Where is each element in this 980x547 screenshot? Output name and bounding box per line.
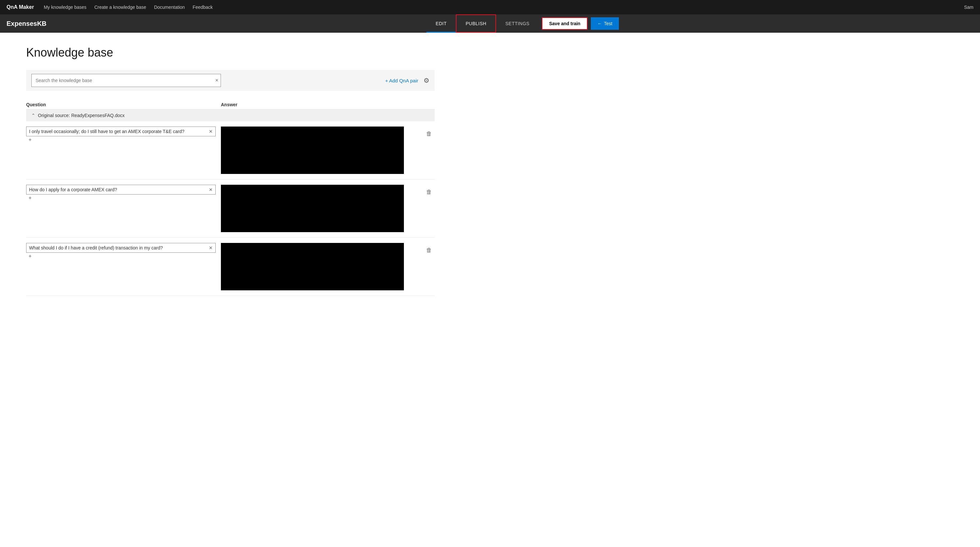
delete-qna-button-2[interactable]: 🗑 (423, 187, 434, 197)
nav-links: My knowledge bases Create a knowledge ba… (44, 5, 954, 10)
qna-row: I only travel occasionally; do I still h… (26, 121, 434, 180)
question-text-3: What should I do if I have a credit (ref… (29, 245, 207, 250)
qna-row-2: How do I apply for a corporate AMEX card… (26, 180, 434, 238)
delete-qna-button-1[interactable]: 🗑 (423, 129, 434, 139)
settings-gear-button[interactable]: ⚙ (423, 77, 430, 85)
chevron-up-icon[interactable]: ⌃ (31, 113, 35, 118)
question-text-2: How do I apply for a corporate AMEX card… (29, 187, 207, 192)
question-input-wrap-1: I only travel occasionally; do I still h… (26, 126, 216, 136)
page-title: Knowledge base (26, 46, 444, 59)
save-and-train-button[interactable]: Save and train (542, 18, 587, 30)
search-bar-row: × + Add QnA pair ⚙ (26, 70, 434, 91)
kb-title: ExpensesKB (6, 20, 72, 27)
question-cell-1: I only travel occasionally; do I still h… (26, 126, 216, 143)
question-add-button-2[interactable]: ＋ (26, 195, 33, 201)
question-input-wrap-2: How do I apply for a corporate AMEX card… (26, 185, 216, 195)
tab-edit[interactable]: EDIT (426, 14, 456, 33)
question-text-1: I only travel occasionally; do I still h… (29, 129, 207, 134)
nav-documentation[interactable]: Documentation (154, 5, 185, 10)
question-clear-button-3[interactable]: ✕ (209, 245, 213, 250)
tab-settings[interactable]: SETTINGS (496, 14, 539, 33)
search-clear-button[interactable]: × (215, 78, 218, 83)
answer-content-2 (221, 185, 404, 232)
main-content: Knowledge base × + Add QnA pair ⚙ Questi… (0, 33, 458, 309)
tab-area: EDIT PUBLISH SETTINGS Save and train ← T… (72, 14, 974, 33)
answer-cell-1 (221, 126, 418, 174)
source-label: Original source: ReadyExpensesFAQ.docx (38, 113, 124, 118)
answer-content-3 (221, 243, 404, 290)
search-input[interactable] (31, 74, 221, 87)
question-cell-2: How do I apply for a corporate AMEX card… (26, 185, 216, 201)
test-arrow-icon: ← (597, 21, 602, 26)
secondary-header: ExpensesKB EDIT PUBLISH SETTINGS Save an… (0, 14, 980, 33)
user-name: Sam (964, 5, 974, 10)
top-nav: QnA Maker My knowledge bases Create a kn… (0, 0, 980, 14)
tab-publish[interactable]: PUBLISH (456, 14, 496, 33)
question-cell-3: What should I do if I have a credit (ref… (26, 243, 216, 260)
question-add-button-1[interactable]: ＋ (26, 136, 33, 143)
column-header-question: Question (26, 102, 216, 107)
question-clear-button-2[interactable]: ✕ (209, 187, 213, 192)
question-add-button-3[interactable]: ＋ (26, 253, 33, 260)
table-headers: Question Answer (26, 100, 434, 110)
qna-row-3: What should I do if I have a credit (ref… (26, 238, 434, 296)
nav-create-kb[interactable]: Create a knowledge base (94, 5, 146, 10)
answer-content-1 (221, 126, 404, 174)
column-header-answer: Answer (216, 102, 434, 107)
nav-my-knowledge-bases[interactable]: My knowledge bases (44, 5, 87, 10)
question-input-wrap-3: What should I do if I have a credit (ref… (26, 243, 216, 253)
delete-qna-button-3[interactable]: 🗑 (423, 246, 434, 255)
test-button[interactable]: ← Test (591, 18, 619, 30)
answer-cell-3 (221, 243, 418, 290)
test-label: Test (604, 21, 612, 26)
question-clear-button-1[interactable]: ✕ (209, 129, 213, 134)
source-row: ⌃ Original source: ReadyExpensesFAQ.docx (26, 110, 434, 121)
brand-logo: QnA Maker (6, 4, 34, 10)
answer-cell-2 (221, 185, 418, 232)
search-input-container: × (31, 74, 221, 87)
nav-feedback[interactable]: Feedback (193, 5, 213, 10)
add-qna-pair-button[interactable]: + Add QnA pair (385, 78, 418, 83)
